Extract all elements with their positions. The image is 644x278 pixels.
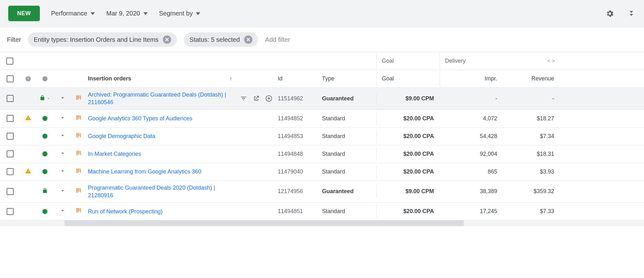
- expand-row-button[interactable]: [59, 132, 66, 140]
- remove-chip-button[interactable]: [163, 35, 171, 44]
- expand-row-button[interactable]: [59, 187, 66, 195]
- row-id: 11494852: [278, 115, 303, 122]
- date-dropdown[interactable]: Mar 9, 2020: [106, 10, 148, 17]
- horizontal-scrollbar[interactable]: [0, 220, 644, 226]
- filter-chip-label: Status: 5 selected: [189, 36, 240, 43]
- expand-row-button[interactable]: [59, 115, 66, 123]
- row-id: 11494853: [278, 133, 303, 139]
- row-checkbox[interactable]: [7, 95, 14, 102]
- row-type: Guaranteed: [322, 188, 354, 194]
- row-id: 11479040: [278, 168, 303, 175]
- row-checkbox[interactable]: [7, 150, 14, 157]
- remove-chip-button[interactable]: [244, 35, 252, 44]
- table-row: Run of Network (Prospecting)11494851Stan…: [0, 203, 644, 220]
- horizontal-scroll-icon[interactable]: < >: [548, 58, 555, 64]
- caret-down-icon: [90, 11, 95, 16]
- row-type: Standard: [322, 115, 345, 122]
- status-lock-dropdown[interactable]: [40, 95, 50, 102]
- alert-icon: [25, 76, 31, 82]
- status-active-icon: [42, 169, 47, 174]
- insertion-order-link[interactable]: In-Market Categories: [88, 151, 141, 157]
- row-type: Standard: [322, 151, 345, 157]
- filter-chip-entity-types[interactable]: Entity types: Insertion Orders and Line …: [28, 32, 177, 47]
- revenue-column-header[interactable]: Revenue: [503, 71, 560, 86]
- expand-row-button[interactable]: [59, 95, 66, 103]
- performance-dropdown[interactable]: Performance: [51, 10, 95, 17]
- insertion-order-icon: [75, 114, 82, 123]
- row-open-button[interactable]: [253, 95, 260, 102]
- name-column-label: Insertion orders: [88, 75, 131, 82]
- row-goal: $9.00 CPM: [406, 95, 434, 102]
- row-type: Standard: [322, 168, 345, 175]
- group-header-delivery-label: Delivery: [445, 58, 466, 64]
- row-filter-button[interactable]: [240, 95, 247, 102]
- segment-label: Segment by: [159, 10, 193, 17]
- row-checkbox[interactable]: [7, 168, 14, 175]
- row-revenue: $7.33: [540, 208, 554, 214]
- add-filter-button[interactable]: Add filter: [265, 36, 290, 43]
- insertion-order-link[interactable]: Google Demographic Data: [88, 133, 155, 139]
- column-header-row: Insertion orders ↑ Id Type Goal Impr. Re…: [0, 70, 644, 88]
- row-id: 11494851: [278, 208, 303, 214]
- row-checkbox[interactable]: [7, 188, 14, 195]
- warning-icon: [25, 168, 31, 176]
- close-icon: [165, 38, 169, 41]
- data-table: Goal Delivery < > Insertion orders ↑ Id …: [0, 52, 644, 226]
- row-type: Standard: [322, 133, 345, 139]
- filter-bar: Filter Entity types: Insertion Orders an…: [0, 27, 644, 52]
- insertion-order-link[interactable]: Archived: Programmatic Guaranteed Deals …: [88, 92, 226, 105]
- row-add-button[interactable]: [265, 95, 272, 102]
- select-all-checkbox[interactable]: [6, 58, 13, 65]
- row-checkbox[interactable]: [7, 133, 14, 140]
- performance-label: Performance: [51, 10, 88, 17]
- expand-row-button[interactable]: [59, 168, 66, 176]
- close-icon: [246, 38, 250, 41]
- insertion-order-icon: [75, 132, 82, 141]
- row-id: 11494848: [278, 151, 303, 157]
- insertion-order-link[interactable]: Programmatic Guaranteed Deals 2020 (Dotd…: [88, 185, 215, 199]
- row-impressions: 92,004: [480, 151, 497, 157]
- status-active-icon: [42, 151, 47, 156]
- goal-column-header[interactable]: Goal: [376, 71, 440, 86]
- insertion-order-link[interactable]: Run of Network (Prospecting): [88, 208, 163, 215]
- expand-row-button[interactable]: [59, 150, 66, 158]
- warning-icon: [25, 115, 31, 123]
- name-column-header[interactable]: Insertion orders ↑: [85, 71, 237, 86]
- type-column-header[interactable]: Type: [319, 71, 376, 86]
- row-revenue: -: [552, 95, 554, 102]
- caret-down-icon: [143, 11, 148, 16]
- group-header-delivery: Delivery < >: [440, 53, 560, 69]
- segment-dropdown[interactable]: Segment by: [159, 10, 201, 17]
- row-goal: $9.00 CPM: [406, 188, 434, 194]
- row-checkbox[interactable]: [7, 208, 14, 215]
- row-revenue: $18.27: [537, 115, 554, 122]
- row-type: Guaranteed: [322, 95, 354, 102]
- row-revenue: $359.32: [534, 188, 554, 194]
- row-impressions: 865: [488, 168, 497, 175]
- select-all-cell: [0, 58, 376, 65]
- insertion-order-link[interactable]: Machine Learning from Google Analytics 3…: [88, 168, 201, 175]
- table-row: In-Market Categories11494848Standard$20.…: [0, 145, 644, 163]
- gear-icon: [605, 9, 614, 18]
- filter-chip-status[interactable]: Status: 5 selected: [184, 32, 258, 47]
- impr-column-header[interactable]: Impr.: [440, 71, 503, 86]
- settings-button[interactable]: [605, 9, 614, 18]
- group-header-goal-label: Goal: [382, 58, 394, 64]
- expand-row-button[interactable]: [59, 207, 66, 215]
- group-header-row: Goal Delivery < >: [0, 52, 644, 70]
- row-goal: $20.00 CPA: [403, 133, 434, 139]
- toolbar: NEW Performance Mar 9, 2020 Segment by: [0, 0, 644, 27]
- select-all-checkbox[interactable]: [7, 75, 14, 82]
- insertion-order-link[interactable]: Google Analytics 360 Types of Audiences: [88, 115, 192, 122]
- status-active-icon: [42, 209, 47, 214]
- table-row: Google Demographic Data11494853Standard$…: [0, 128, 644, 145]
- caret-down-icon: [196, 11, 200, 16]
- svg-rect-2: [28, 80, 28, 80]
- row-checkbox[interactable]: [7, 115, 14, 122]
- expand-button[interactable]: [627, 9, 636, 18]
- table-row: Programmatic Guaranteed Deals 2020 (Dotd…: [0, 181, 644, 203]
- id-column-header[interactable]: Id: [275, 71, 319, 86]
- insertion-order-icon: [75, 167, 82, 176]
- new-button[interactable]: NEW: [8, 6, 40, 21]
- filter-chip-label: Entity types: Insertion Orders and Line …: [34, 36, 158, 43]
